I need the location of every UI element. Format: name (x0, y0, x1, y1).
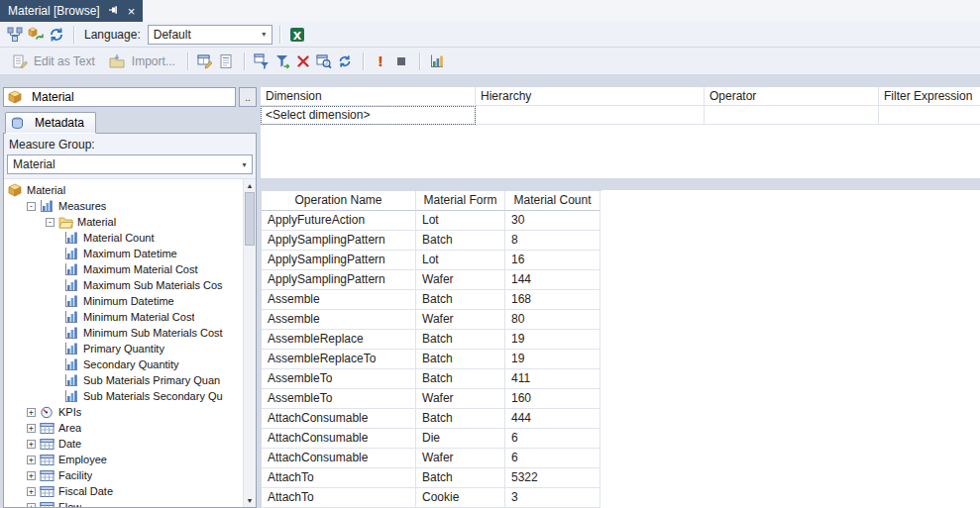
result-cell[interactable]: AttachConsumable (262, 409, 416, 429)
tree-item[interactable]: Primary Quantity (4, 341, 241, 356)
result-cell[interactable]: 30 (505, 211, 600, 231)
scrollbar-track[interactable] (244, 246, 256, 494)
result-cell[interactable]: 8 (505, 231, 600, 251)
tree-item[interactable]: Sub Materials Secondary Qu (4, 388, 241, 404)
clear-results-icon[interactable] (293, 51, 314, 71)
show-filter-icon[interactable] (272, 51, 293, 71)
result-cell[interactable]: Assemble (262, 290, 416, 310)
tree-scrollbar[interactable]: ▲ ▼ (243, 179, 256, 507)
tree-item[interactable]: +Employee (4, 452, 241, 467)
refresh-results-icon[interactable] (335, 51, 356, 71)
tree-item[interactable]: +Fiscal Date (4, 483, 241, 499)
result-cell[interactable]: ApplySamplingPattern (262, 270, 416, 290)
scroll-down-icon[interactable]: ▼ (244, 494, 256, 507)
result-cell[interactable]: Assemble (262, 310, 416, 330)
result-cell[interactable]: 6 (505, 429, 600, 449)
result-cell[interactable]: 19 (505, 330, 600, 350)
table-row[interactable]: AssembleBatch168 (262, 290, 601, 310)
table-row[interactable]: AssembleToWafer160 (262, 389, 601, 409)
table-row[interactable]: AttachToBatch5322 (262, 468, 601, 488)
result-cell[interactable]: AssembleTo (262, 389, 416, 409)
result-cell[interactable]: 19 (505, 350, 600, 369)
result-cell[interactable]: AssembleTo (262, 369, 416, 389)
result-cell[interactable]: 444 (505, 409, 600, 429)
document-tab[interactable]: Material [Browse] × (0, 0, 143, 22)
result-cell[interactable]: ApplyFutureAction (262, 211, 416, 231)
result-cell[interactable]: Batch (416, 290, 505, 310)
drillthrough-icon[interactable] (314, 51, 335, 71)
table-row[interactable]: AttachConsumableWafer6 (262, 449, 601, 468)
result-cell[interactable]: AttachConsumable (262, 449, 416, 468)
result-cell[interactable]: Die (416, 429, 505, 449)
table-row[interactable]: ApplyFutureActionLot30 (262, 211, 601, 231)
import-button[interactable]: Import... (102, 49, 180, 73)
tree-item[interactable]: Material Count (4, 230, 241, 246)
pin-icon[interactable] (108, 4, 120, 19)
execute-icon[interactable]: ! (371, 51, 391, 71)
stop-icon[interactable] (391, 51, 412, 71)
table-row[interactable]: ApplySamplingPatternLot16 (262, 251, 601, 270)
plus-expander-icon[interactable]: + (27, 440, 36, 449)
result-cell[interactable]: Batch (416, 350, 505, 369)
result-cell[interactable]: Wafer (416, 449, 505, 468)
cube-model-icon[interactable] (4, 24, 25, 45)
table-row[interactable]: AssembleWafer80 (262, 310, 601, 330)
scrollbar-thumb[interactable] (245, 192, 255, 246)
result-cell[interactable]: Batch (416, 468, 505, 488)
result-cell[interactable]: ApplySamplingPattern (262, 231, 416, 251)
tab-metadata[interactable]: Metadata (5, 112, 96, 134)
result-cell[interactable]: 16 (505, 251, 600, 270)
result-cell[interactable]: 168 (505, 290, 600, 310)
tree-item[interactable]: +KPIs (4, 404, 241, 420)
plus-expander-icon[interactable]: + (27, 471, 36, 480)
plus-expander-icon[interactable]: + (27, 424, 36, 433)
tree-item[interactable]: Sub Materials Primary Quan (4, 372, 241, 388)
tree-item[interactable]: Maximum Material Cost (4, 261, 241, 277)
plus-expander-icon[interactable]: + (27, 456, 36, 464)
result-cell[interactable]: AttachTo (262, 468, 416, 488)
result-cell[interactable]: AttachConsumable (262, 429, 416, 449)
report-icon[interactable] (216, 51, 237, 71)
result-cell[interactable]: ApplySamplingPattern (262, 251, 416, 270)
tree-item[interactable]: Secondary Quantity (4, 356, 241, 372)
result-cell[interactable]: 411 (505, 369, 600, 389)
tree-item[interactable]: Maximum Sub Materials Cos (4, 277, 241, 293)
select-dimension-cell[interactable]: <Select dimension> (261, 106, 476, 125)
result-cell[interactable]: Lot (416, 251, 505, 270)
result-cell[interactable]: AssembleReplaceTo (262, 350, 416, 369)
result-cell[interactable]: Batch (416, 369, 505, 389)
result-cell[interactable]: 6 (505, 449, 600, 468)
plus-expander-icon[interactable]: + (27, 503, 36, 508)
tree-item[interactable]: +Area (4, 420, 241, 436)
tree-item[interactable]: +Date (4, 436, 241, 452)
result-cell[interactable]: Lot (416, 211, 505, 231)
table-row[interactable]: AssembleReplaceBatch19 (262, 330, 601, 350)
result-cell[interactable]: 3 (505, 488, 600, 508)
process-cube-icon[interactable] (25, 24, 46, 45)
chevron-down-icon[interactable]: ▾ (257, 30, 272, 39)
tree-item[interactable]: +Facility (4, 467, 241, 483)
table-row[interactable]: AssembleToBatch411 (262, 369, 601, 389)
result-cell[interactable]: 144 (505, 270, 600, 290)
table-row[interactable]: AttachConsumableDie6 (262, 429, 601, 449)
table-row[interactable]: AttachConsumableBatch444 (262, 409, 601, 429)
chart-icon[interactable] (427, 51, 448, 71)
language-combobox[interactable]: Default ▾ (148, 25, 272, 45)
result-cell[interactable]: 5322 (505, 468, 600, 488)
result-cell[interactable]: 80 (505, 310, 600, 330)
tree-item[interactable]: -Material (4, 214, 241, 230)
tree-item[interactable]: Minimum Sub Materials Cost (4, 325, 241, 341)
edit-as-text-button[interactable]: Edit as Text (4, 49, 100, 73)
table-row[interactable]: AttachToCookie3 (262, 488, 601, 508)
tree-item[interactable]: Minimum Material Cost (4, 309, 241, 325)
tree-item[interactable]: Minimum Datetime (4, 293, 241, 309)
table-row[interactable]: ApplySamplingPatternWafer144 (262, 270, 601, 290)
result-cell[interactable]: Cookie (416, 488, 505, 508)
tree-item[interactable]: +Flow (4, 499, 241, 507)
tree-item[interactable]: -Measures (4, 198, 241, 214)
result-cell[interactable]: AssembleReplace (262, 330, 416, 350)
design-query-icon[interactable] (195, 51, 216, 71)
table-row[interactable]: ApplySamplingPatternBatch8 (262, 231, 601, 251)
tree-item[interactable]: Material (4, 182, 241, 198)
browse-cube-button[interactable]: .. (239, 87, 257, 107)
